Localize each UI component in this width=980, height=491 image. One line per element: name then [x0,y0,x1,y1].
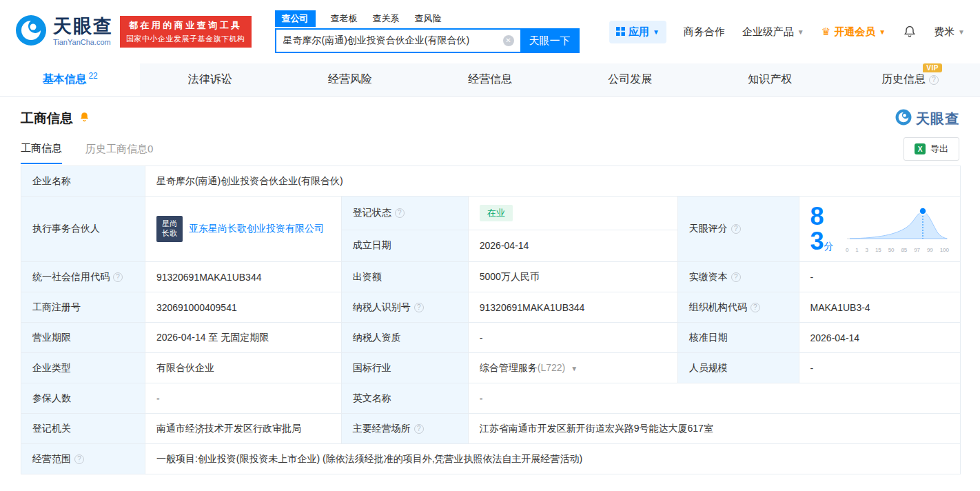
help-icon[interactable]: ? [414,303,424,312]
enterprise-products-menu[interactable]: 企业级产品 ▼ [742,26,804,39]
clear-search-icon[interactable]: ✕ [503,35,514,46]
score-distribution-chart: 0131550859799100 [846,206,949,253]
reg-authority-value: 南通市经济技术开发区行政审批局 [145,414,341,444]
help-icon[interactable]: ? [929,75,939,85]
paid-capital-label: 实缴资本? [677,262,799,292]
chevron-down-icon[interactable]: ▼ [571,365,578,372]
partner-company-link[interactable]: 亚东星尚长歌创业投资有限公司 [189,223,324,235]
help-icon[interactable]: ? [414,424,424,434]
company-type-label: 企业类型 [21,353,145,383]
capital-label: 出资额 [341,262,468,292]
help-icon[interactable]: ? [751,303,760,312]
search-tab-risk[interactable]: 查风险 [415,12,442,25]
username: 费米 [934,26,955,39]
search-bar: ✕ 天眼一下 [275,28,580,53]
table-row: 营业期限 2026-04-14 至 无固定期限 纳税人资质 - 核准日期 202… [21,323,961,353]
export-button[interactable]: X 导出 [904,137,959,161]
industry-label: 国标行业 [341,353,468,383]
score-tick: 100 [940,247,949,253]
score-tick: 50 [888,247,895,253]
reg-number-value: 320691000409541 [145,292,341,323]
help-icon[interactable]: ? [74,454,84,464]
company-name-label: 企业名称 [21,166,145,197]
staff-size-label: 人员规模 [677,353,799,383]
taxpayer-id-label: 纳税人识别号? [341,292,468,323]
tab-company-development[interactable]: 公司发展 [560,63,700,96]
business-address-label: 主要经营场所? [341,414,468,444]
chevron-down-icon: ▼ [958,28,965,36]
tab-intellectual-property[interactable]: 知识产权 [700,63,840,96]
table-row: 经营范围? 一般项目:创业投资(限投资未上市企业) (除依法须经批准的项目外,凭… [21,444,961,474]
search-block: 查公司 查老板 查关系 查风险 ✕ 天眼一下 [275,10,580,53]
header: 天眼查 TianYanCha.com 都在用的商业查询工具 国家中小企业发展子基… [0,0,980,63]
company-type-value: 有限合伙企业 [145,353,341,383]
search-input[interactable] [275,28,520,53]
english-name-value: - [468,383,960,414]
org-code-value: MAKA1UB3-4 [799,292,960,323]
table-row: 参保人数 - 英文名称 - [21,383,961,414]
apps-grid-icon [616,26,625,38]
tab-label: 经营风险 [328,72,372,87]
managing-partner-label: 执行事务合伙人 [21,197,145,262]
tab-label: 历史信息 [881,73,926,85]
establish-date-value: 2026-04-14 [468,230,677,261]
tianyancha-logo[interactable]: 天眼查 TianYanCha.com [15,14,113,49]
business-scope-label: 经营范围? [21,444,145,474]
tianyancha-logo-icon [895,109,912,128]
reg-authority-label: 登记机关 [21,414,145,444]
company-nav-tabs: 基本信息 22 法律诉讼 经营风险 经营信息 公司发展 知识产权 历史信息 VI… [0,63,980,97]
subtab-history-business-info[interactable]: 历史工商信息0 [85,135,153,163]
help-icon[interactable]: ? [113,272,123,282]
subscribe-bell-icon[interactable] [79,111,90,126]
business-scope-value: 一般项目:创业投资(限投资未上市企业) (除依法须经批准的项目外,凭营业执照依法… [145,444,960,474]
subtab-business-info[interactable]: 工商信息 [21,134,62,164]
tab-operating-info[interactable]: 经营信息 [420,63,560,96]
slogan-badge: 都在用的商业查询工具 国家中小企业发展子基金旗下机构 [120,16,252,48]
industry-code: (L722) [538,362,565,373]
english-name-label: 英文名称 [341,383,468,414]
tab-label: 基本信息 [42,72,86,87]
tab-operating-risk[interactable]: 经营风险 [280,63,420,96]
tab-count-badge: 22 [88,71,97,81]
table-row: 企业类型 有限合伙企业 国标行业 综合管理服务(L722) ▼ 人员规模 - [21,353,961,383]
business-term-label: 营业期限 [21,323,145,353]
search-tab-boss[interactable]: 查老板 [331,12,358,25]
score-tick: 97 [914,247,920,253]
user-menu[interactable]: 费米 ▼ [934,26,965,39]
open-membership-link[interactable]: ♛ 开通会员 ▼ [821,26,886,39]
apps-menu[interactable]: 应用 ▼ [609,21,666,43]
vip-badge: VIP [923,63,942,72]
tab-basic-info[interactable]: 基本信息 22 [0,63,140,96]
score-tick: 1 [855,247,858,253]
tab-history-info[interactable]: 历史信息 VIP ? [840,63,980,96]
business-info-table: 企业名称 星奇摩尔(南通)创业投资合伙企业(有限合伙) 执行事务合伙人 星尚 长… [21,166,961,474]
help-icon[interactable]: ? [731,224,741,234]
table-row: 统一社会信用代码? 91320691MAKA1UB344 出资额 5000万人民… [21,262,961,292]
table-row: 登记机关 南通市经济技术开发区行政审批局 主要经营场所? 江苏省南通市开发区新开… [21,414,961,444]
insured-count-value: - [145,383,341,414]
notification-bell-button[interactable] [903,25,917,39]
capital-value: 5000万人民币 [468,262,677,292]
search-tab-company[interactable]: 查公司 [275,10,316,27]
membership-label: 开通会员 [834,26,875,39]
apps-label: 应用 [629,26,649,39]
enterprise-label: 企业级产品 [742,26,794,39]
brand-name: 天眼查 [53,17,113,36]
tianyancha-logo-icon [15,14,47,49]
partner-logo-avatar[interactable]: 星尚 长歌 [156,216,183,242]
score-tick: 15 [875,247,881,253]
tyc-score-value[interactable]: 83分 0131550859799100 [799,197,960,262]
approval-date-value: 2026-04-14 [799,323,960,353]
help-icon[interactable]: ? [731,272,741,282]
subtab-count: 0 [147,143,153,154]
search-button[interactable]: 天眼一下 [520,28,580,53]
score-tick: 0 [846,247,848,253]
watermark-text: 天眼查 [916,110,959,128]
help-icon[interactable]: ? [395,208,405,218]
tab-legal-proceedings[interactable]: 法律诉讼 [140,63,280,96]
section-title: 工商信息 [21,110,73,128]
chevron-down-icon: ▼ [653,28,660,36]
business-cooperation-link[interactable]: 商务合作 [684,26,725,39]
search-tab-relation[interactable]: 查关系 [373,12,400,25]
company-name-value: 星奇摩尔(南通)创业投资合伙企业(有限合伙) [145,166,960,197]
